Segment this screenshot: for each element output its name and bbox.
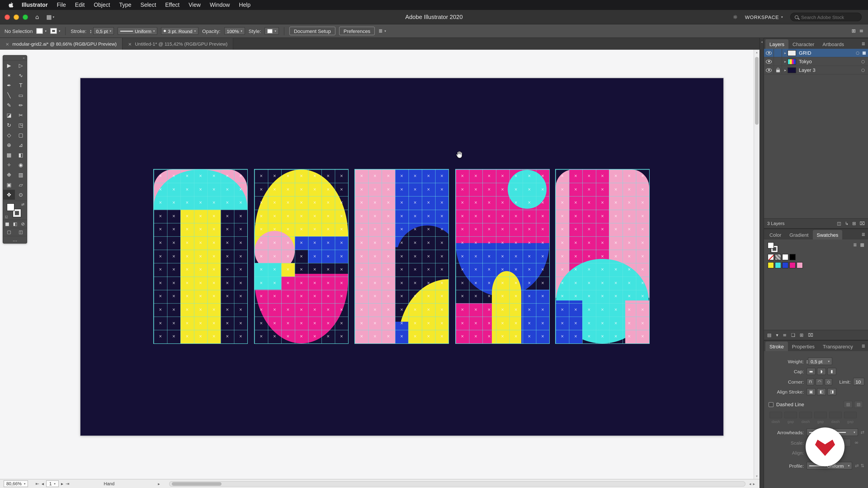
clipping-mask-icon[interactable]: ◫ (837, 221, 841, 226)
tool-direct-selection[interactable]: ▷ (15, 61, 27, 70)
panel-menu-icon[interactable]: ≣ (862, 344, 865, 348)
flip-along-icon[interactable]: ⇄ (855, 463, 859, 468)
close-window-button[interactable] (4, 14, 10, 20)
canvas[interactable]: ××××××××××××××××××××××××××××××××××××××××… (0, 50, 760, 479)
arrange-icon[interactable]: ⊞ (851, 28, 856, 34)
vertical-scroll-thumb[interactable] (755, 57, 758, 125)
scroll-down-icon[interactable]: ▾ (754, 474, 760, 479)
swap-fill-stroke-icon[interactable]: ⇄ (22, 202, 24, 206)
none-mode-icon[interactable]: ⊘ (21, 221, 25, 226)
art-shape-bl[interactable] (556, 300, 582, 343)
status-options-icon[interactable]: ▸ (158, 482, 160, 486)
gradient-mode-icon[interactable]: ◧ (13, 221, 18, 226)
swatch-black[interactable] (789, 254, 796, 260)
tool-zoom[interactable]: ⊙ (15, 190, 27, 200)
preferences-button[interactable]: Preferences (339, 27, 375, 35)
menu-view[interactable]: View (184, 0, 205, 10)
layer-row-tokyo[interactable]: ▸ Tokyo ○ (764, 57, 868, 66)
swatch-color-0[interactable] (768, 262, 774, 268)
delete-swatch-icon[interactable]: ⌧ (808, 332, 813, 337)
stepper-arrows[interactable]: ▴▾ (90, 29, 92, 33)
dock-collapse-strip[interactable]: ◂ (760, 38, 764, 488)
disclosure-icon[interactable]: ▸ (784, 59, 786, 64)
tool-width[interactable]: ◇ (3, 130, 15, 140)
art-shape-pk[interactable] (355, 169, 395, 344)
color-mode-icon[interactable]: ■ (5, 221, 9, 226)
tool-eraser[interactable]: ◪ (3, 110, 15, 120)
tool-paintbrush[interactable]: ✎ (3, 100, 15, 110)
new-sublayer-icon[interactable]: ↳ (845, 221, 848, 226)
new-layer-icon[interactable]: ⊞ (852, 221, 856, 226)
workspace-switcher[interactable]: WORKSPACE ▾ (745, 14, 783, 20)
tab-layers[interactable]: Layers (765, 39, 788, 49)
swatch-none[interactable] (768, 254, 774, 260)
fill-color-control[interactable]: ▾ (36, 28, 46, 34)
tab-artboards[interactable]: Artboards (818, 39, 848, 49)
letter-tile-k-2[interactable]: ××××××××××××××××××××××××××××××××××××××××… (355, 169, 448, 344)
variable-width-profile-control[interactable]: Uniform ▾ (118, 27, 158, 35)
fill-stroke-proxy[interactable] (768, 242, 781, 253)
projecting-cap-button[interactable]: ▮ (827, 368, 836, 375)
letter-tile-t-0[interactable]: ××××××××××××××××××××××××××××××××××××××××… (154, 169, 247, 344)
tool-blend[interactable]: ◉ (15, 160, 27, 170)
tab-properties[interactable]: Properties (788, 341, 819, 351)
opacity-control[interactable]: 100% ▾ (224, 27, 245, 35)
swap-arrowheads-icon[interactable]: ⇄ (861, 430, 864, 435)
layer-row-grid[interactable]: ▸ GRID ○ (764, 49, 868, 57)
swatch-registration[interactable] (775, 254, 781, 260)
align-inside-button[interactable]: ◧ (817, 388, 826, 395)
toolbar-collapse[interactable]: « (3, 56, 27, 61)
swatch-libraries-icon[interactable]: ▤ (767, 332, 772, 337)
butt-cap-button[interactable]: ▬ (807, 368, 815, 375)
brush-definition-control[interactable]: 3 pt. Round ▾ (161, 27, 199, 35)
tool-artboard[interactable]: ▣ (3, 180, 15, 190)
link-scale-icon[interactable]: ∞ (855, 440, 859, 446)
visibility-toggle[interactable] (764, 49, 774, 57)
menu-effect[interactable]: Effect (161, 0, 184, 10)
bevel-join-button[interactable]: ◇ (825, 378, 833, 385)
document-setup-button[interactable]: Document Setup (289, 27, 336, 35)
fill-stroke-control[interactable]: ⇄ ◱ (3, 201, 27, 220)
next-artboard-icon[interactable]: ▸ (61, 481, 63, 486)
tool-type[interactable]: T (15, 80, 27, 90)
scroll-right-icon[interactable]: ▸ (753, 482, 755, 486)
visibility-toggle[interactable] (764, 66, 774, 74)
previous-artboard-icon[interactable]: ◂ (41, 481, 44, 486)
menu-type[interactable]: Type (115, 0, 136, 10)
layer-name[interactable]: GRID (799, 50, 811, 56)
artboard-number-dropdown[interactable]: 1 ▾ (46, 480, 59, 487)
lock-toggle[interactable] (774, 49, 782, 57)
flip-across-icon[interactable]: ⇅ (861, 463, 864, 468)
scroll-left-icon[interactable]: ◂ (749, 482, 751, 486)
art-shape-cy[interactable] (508, 170, 547, 209)
art-shape-bl[interactable] (521, 290, 549, 344)
tool-hand[interactable]: ✥ (3, 190, 15, 200)
fill-proxy[interactable] (7, 203, 14, 211)
weight-dropdown[interactable]: 0,5 pt▾ (808, 357, 832, 365)
zoom-level-dropdown[interactable]: 80,66% ▾ (4, 480, 28, 487)
menu-help[interactable]: Help (235, 0, 255, 10)
edit-toolbar-button[interactable]: … (3, 236, 27, 243)
graphic-style-control[interactable]: ▾ (265, 27, 279, 35)
lock-toggle[interactable] (774, 66, 782, 74)
dash-field[interactable] (799, 412, 812, 418)
art-shape-yl[interactable] (180, 210, 221, 344)
collapse-panels-icon[interactable]: ◂ (761, 40, 763, 44)
art-shape-yl[interactable] (492, 271, 521, 344)
tool-perspective-grid[interactable]: ⊿ (15, 140, 27, 150)
swatch-color-3[interactable] (789, 262, 796, 268)
miter-limit-field[interactable]: 10 (853, 378, 864, 385)
minimize-window-button[interactable] (13, 14, 19, 20)
scroll-up-icon[interactable]: ▴ (754, 50, 760, 55)
tool-gradient[interactable]: ◧ (15, 150, 27, 160)
vertical-scrollbar[interactable]: ▴ ▾ (754, 50, 760, 479)
search-input[interactable] (801, 14, 855, 20)
document-tab-active[interactable]: × modular-grid2.ai* @ 80,66% (RGB/GPU Pr… (0, 38, 123, 50)
panel-menu-icon[interactable]: ≣ (862, 41, 865, 46)
close-icon[interactable]: × (5, 41, 9, 46)
dash-field[interactable] (829, 412, 842, 418)
first-artboard-icon[interactable]: ⇤ (35, 481, 39, 486)
tab-swatches[interactable]: Swatches (813, 230, 842, 239)
gap-field[interactable] (784, 412, 797, 418)
last-artboard-icon[interactable]: ⇥ (66, 481, 69, 486)
